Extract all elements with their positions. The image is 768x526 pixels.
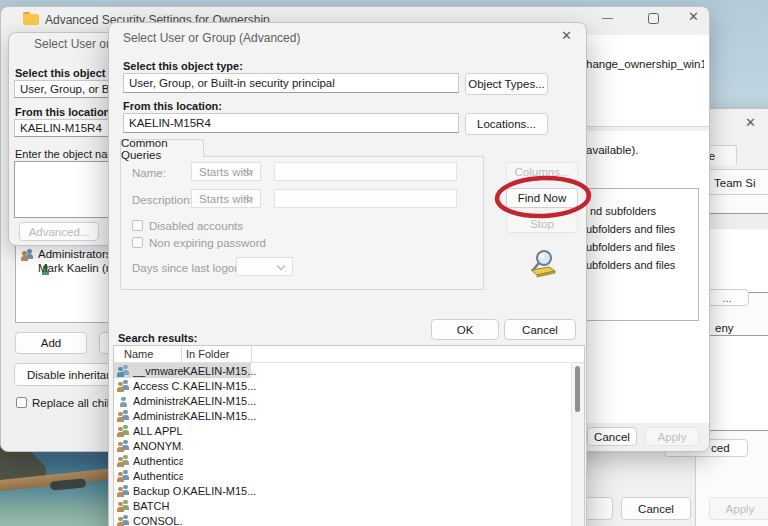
object-types-button[interactable]: Object Types... — [465, 73, 548, 95]
locations-button[interactable]: Locations... — [465, 113, 548, 135]
deny-label-fragment: eny — [715, 322, 734, 334]
result-row[interactable]: Access C...KAELIN-M15... — [114, 378, 572, 393]
users-icon — [117, 500, 130, 512]
name-match-select[interactable]: Starts with — [191, 162, 261, 181]
result-in-folder: KAELIN-M15... — [183, 410, 258, 422]
advanced-button-label: ced — [711, 442, 730, 454]
result-row[interactable]: Administra...KAELIN-M15... — [114, 408, 572, 423]
users-icon — [21, 249, 34, 261]
column-divider[interactable] — [181, 346, 182, 362]
result-in-folder: KAELIN-M15... — [183, 485, 258, 497]
close-icon[interactable]: ✕ — [561, 30, 572, 42]
result-row[interactable]: BATCH — [114, 498, 572, 513]
apply-button[interactable]: Apply — [645, 427, 699, 446]
users-icon — [117, 365, 130, 377]
result-name: __vmware... — [133, 365, 183, 377]
principal-name[interactable]: Mark Kaelin (ma — [38, 262, 108, 274]
non-expiring-password-checkbox[interactable] — [132, 237, 143, 248]
result-row[interactable]: Authentica... — [114, 453, 572, 468]
location-field[interactable]: KAELIN-M15R4 — [14, 119, 116, 137]
cancel-button[interactable]: Cancel — [621, 497, 691, 520]
replace-child-checkbox[interactable] — [16, 397, 27, 408]
columns-button[interactable]: Columns... — [506, 162, 578, 181]
maximize-icon[interactable] — [648, 13, 659, 24]
select-user-group-dialog: Select User or Group Select this object … — [8, 32, 122, 246]
seal-on-pier — [50, 478, 87, 490]
result-name: Access C... — [133, 380, 183, 392]
non-expiring-password-label: Non expiring password — [149, 237, 266, 249]
column-header-in-folder[interactable]: In Folder — [186, 348, 229, 360]
hint-text-fragment: available). — [586, 144, 638, 156]
result-row[interactable]: Backup O...KAELIN-M15... — [114, 483, 572, 498]
results-scrollbar[interactable] — [571, 363, 584, 526]
edit-button-fragment[interactable]: ... — [705, 289, 749, 306]
object-type-field[interactable]: User, Group, or Built-in security princi… — [123, 73, 459, 93]
applies-to-fragment: nd subfolders — [590, 205, 656, 217]
users-icon — [117, 470, 130, 482]
close-icon[interactable]: ✕ — [745, 117, 756, 129]
result-name: BATCH — [133, 500, 183, 512]
search-results-list[interactable]: Name In Folder __vmware...KAELIN-M15...A… — [113, 345, 585, 526]
users-icon — [117, 425, 130, 437]
dialog-title: Select User or Group (Advanced) — [123, 31, 300, 45]
properties-tab-team-site[interactable]: Team Si — [701, 169, 768, 195]
group-names-listbox[interactable] — [709, 213, 768, 293]
close-icon[interactable]: ✕ — [688, 11, 699, 23]
result-name: Authentica... — [133, 455, 183, 467]
users-icon — [117, 485, 130, 497]
users-icon — [117, 515, 130, 526]
object-type-label: Select this object type: — [15, 67, 122, 79]
object-type-label: Select this object type: — [123, 60, 243, 72]
result-row[interactable]: Authentica... — [114, 468, 572, 483]
description-match-select[interactable]: Starts with — [191, 189, 261, 208]
folder-icon — [23, 12, 39, 25]
result-name: Administra... — [133, 395, 183, 407]
disabled-accounts-checkbox[interactable] — [132, 220, 143, 231]
desktop: ✕ e Team Si ... eny ced Cancel Apply Adv… — [0, 0, 768, 526]
cancel-button[interactable]: Cancel — [504, 319, 576, 340]
users-icon — [117, 380, 130, 392]
result-in-folder: KAELIN-M15... — [183, 365, 258, 377]
search-results-rows: __vmware...KAELIN-M15...Access C...KAELI… — [114, 363, 572, 526]
result-row[interactable]: CONSOL... — [114, 513, 572, 526]
result-in-folder: KAELIN-M15... — [183, 380, 258, 392]
object-type-field[interactable]: User, Group, or Built-i — [14, 80, 116, 98]
applies-to-fragment: ubfolders and files — [586, 259, 675, 271]
disabled-accounts-label: Disabled accounts — [149, 220, 243, 232]
minimize-icon[interactable]: — — [602, 11, 613, 23]
users-icon — [117, 440, 130, 452]
advanced-button[interactable]: Advanced... — [19, 222, 99, 241]
stop-button[interactable]: Stop — [506, 214, 578, 233]
chevron-down-icon — [277, 261, 285, 269]
listbox-header-band — [710, 214, 768, 229]
users-icon — [117, 410, 130, 422]
result-row[interactable]: __vmware...KAELIN-M15... — [114, 363, 572, 378]
result-name: Backup O... — [133, 485, 183, 497]
users-icon — [117, 455, 130, 467]
location-label: From this location: — [15, 106, 114, 118]
result-row[interactable]: ALL APPLI... — [114, 423, 572, 438]
results-header[interactable]: Name In Folder — [114, 346, 584, 363]
result-row[interactable]: ANONYM... — [114, 438, 572, 453]
tab-common-queries[interactable]: Common Queries — [120, 139, 204, 157]
result-name: Authentica... — [133, 470, 183, 482]
permissions-listbox[interactable] — [705, 335, 768, 431]
find-now-button[interactable]: Find Now — [506, 188, 578, 208]
description-input[interactable] — [274, 189, 457, 208]
column-divider[interactable] — [251, 346, 252, 362]
location-field[interactable]: KAELIN-M15R4 — [123, 113, 459, 133]
scrollbar-thumb[interactable] — [575, 366, 580, 412]
object-names-field[interactable] — [14, 161, 116, 218]
add-button[interactable]: Add — [15, 332, 87, 354]
column-header-name[interactable]: Name — [124, 348, 153, 360]
select-user-group-advanced-dialog: Select User or Group (Advanced) ✕ Select… — [108, 22, 587, 526]
result-name: Administra... — [133, 410, 183, 422]
name-label: Name: — [132, 167, 166, 179]
principal-name[interactable]: Administrators — [38, 248, 108, 260]
cancel-button[interactable]: Cancel — [587, 427, 637, 446]
result-row[interactable]: Administra...KAELIN-M15... — [114, 393, 572, 408]
name-input[interactable] — [274, 162, 457, 181]
ok-button[interactable]: OK — [431, 319, 499, 340]
days-since-logon-select[interactable] — [236, 257, 293, 276]
apply-button[interactable]: Apply — [709, 497, 768, 520]
